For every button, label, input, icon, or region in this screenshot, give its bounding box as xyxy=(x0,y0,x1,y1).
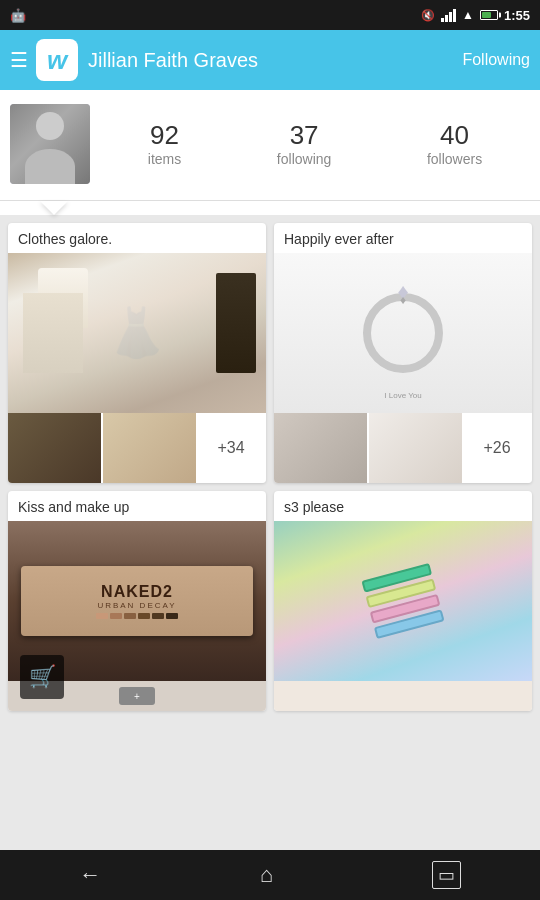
palette-brand: URBAN DECAY xyxy=(97,601,176,610)
makeup-palette: NAKED2 URBAN DECAY xyxy=(21,566,253,636)
board-bottom-phone xyxy=(274,681,532,711)
board-main-image-ring: ♦ ♦ I Love You xyxy=(274,253,532,413)
board-thumbs-ring: +26 xyxy=(274,413,532,483)
board-title-makeup: Kiss and make up xyxy=(8,491,266,521)
cart-button[interactable]: 🛒 xyxy=(20,655,64,699)
followers-count: 40 xyxy=(440,121,469,150)
phone-cases xyxy=(361,563,444,639)
thumb-clothes-1 xyxy=(8,413,101,483)
following-count: 37 xyxy=(290,121,319,150)
followers-label: followers xyxy=(427,151,482,167)
logo-w: w xyxy=(47,45,67,76)
triangle-indicator xyxy=(0,201,540,215)
stat-items[interactable]: 92 items xyxy=(148,121,181,168)
avatar-image xyxy=(10,104,90,184)
boards-grid: Clothes galore. +34 Happily ever after ♦… xyxy=(0,215,540,719)
bottom-nav: ← ⌂ ▭ xyxy=(0,850,540,900)
phone-image xyxy=(274,521,532,681)
mute-icon: 🔇 xyxy=(421,9,435,22)
thumb-ring-1 xyxy=(274,413,367,483)
stat-following[interactable]: 37 following xyxy=(277,121,331,168)
thumb-ring-2 xyxy=(369,413,462,483)
status-right: 🔇 ▲ 1:55 xyxy=(421,8,530,23)
board-card-phone[interactable]: s3 please xyxy=(274,491,532,711)
board-main-image-clothes xyxy=(8,253,266,413)
following-label: following xyxy=(277,151,331,167)
board-thumbs-clothes: +34 xyxy=(8,413,266,483)
thumb-clothes-2 xyxy=(103,413,196,483)
stat-followers[interactable]: 40 followers xyxy=(427,121,482,168)
home-button[interactable]: ⌂ xyxy=(260,862,273,888)
items-count: 92 xyxy=(150,121,179,150)
profile-section: 92 items 37 following 40 followers xyxy=(0,90,540,201)
board-title-clothes: Clothes galore. xyxy=(8,223,266,253)
page-title: Jillian Faith Graves xyxy=(88,49,462,72)
makeup-swatches xyxy=(96,613,178,619)
status-bar: 🤖 🔇 ▲ 1:55 xyxy=(0,0,540,30)
logo-box[interactable]: w xyxy=(36,39,78,81)
menu-icon[interactable]: ☰ xyxy=(10,48,28,72)
wifi-icon: ▲ xyxy=(462,8,474,22)
avatar xyxy=(10,104,90,184)
items-label: items xyxy=(148,151,181,167)
status-left: 🤖 xyxy=(10,8,26,23)
signal-icon xyxy=(441,9,456,22)
palette-name: NAKED2 xyxy=(101,583,173,601)
back-button[interactable]: ← xyxy=(79,862,101,888)
board-add-icon: + xyxy=(119,687,155,705)
android-icon: 🤖 xyxy=(10,8,26,23)
board-main-image-phone xyxy=(274,521,532,681)
stats-row: 92 items 37 following 40 followers xyxy=(100,121,530,168)
battery-icon xyxy=(480,10,498,20)
top-nav: ☰ w Jillian Faith Graves Following xyxy=(0,30,540,90)
time-display: 1:55 xyxy=(504,8,530,23)
board-card-clothes[interactable]: Clothes galore. +34 xyxy=(8,223,266,483)
board-more-clothes: +34 xyxy=(196,413,266,483)
board-card-makeup[interactable]: Kiss and make up NAKED2 URBAN DECAY xyxy=(8,491,266,711)
board-title-phone: s3 please xyxy=(274,491,532,521)
recents-button[interactable]: ▭ xyxy=(432,861,461,889)
board-card-ring[interactable]: Happily ever after ♦ ♦ I Love You +26 xyxy=(274,223,532,483)
board-title-ring: Happily ever after xyxy=(274,223,532,253)
board-more-ring: +26 xyxy=(462,413,532,483)
following-button[interactable]: Following xyxy=(462,51,530,69)
